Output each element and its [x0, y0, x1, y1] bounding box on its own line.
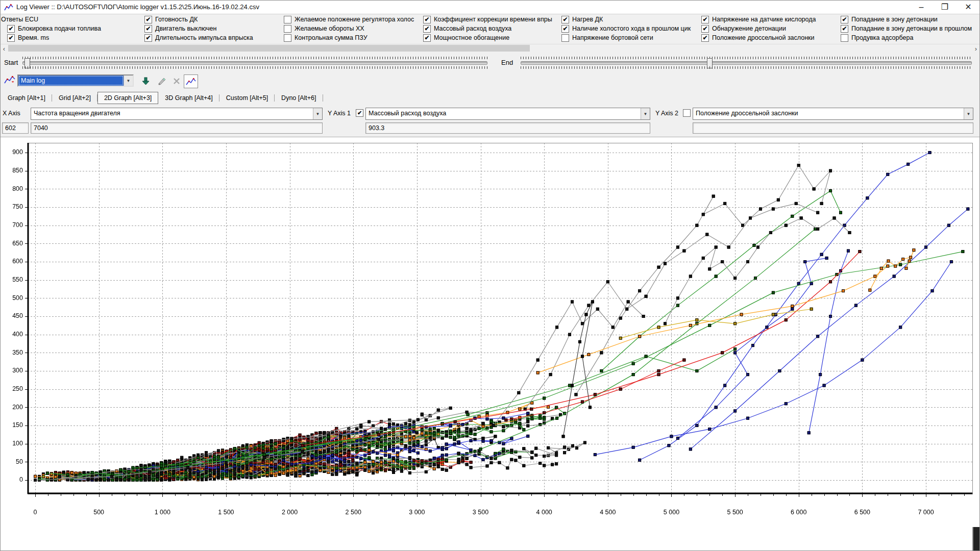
app-chart-icon — [4, 4, 13, 11]
y-axis2-value: Положение дроссельной заслонки — [693, 108, 964, 119]
checked-checkbox[interactable]: ✔ — [7, 34, 15, 42]
signal-label: Длительность импульса впрыска — [155, 34, 253, 41]
y-axis1-combobox[interactable]: Массовый расход воздуха ▼ — [365, 108, 650, 120]
signals-horizontal-scrollbar[interactable]: ‹ › — [0, 44, 980, 54]
chevron-down-icon[interactable]: ▼ — [313, 108, 322, 119]
tab-grid[interactable]: Grid [Alt+2] — [52, 92, 97, 104]
checked-checkbox[interactable]: ✔ — [701, 25, 709, 33]
signal-checkbox-item[interactable]: ✔Попадание в зону детонации — [841, 15, 980, 24]
signal-checkbox-item[interactable]: Ответы ECU — [1, 15, 144, 24]
signal-checkbox-item[interactable]: ✔Обнаружение детонации — [701, 24, 841, 33]
signal-label: Продувка адсорбера — [851, 34, 913, 41]
show-graph-button[interactable] — [184, 74, 198, 88]
x-axis-label: X Axis — [3, 110, 20, 117]
minimize-button[interactable]: – — [910, 0, 933, 14]
signal-checkbox-item[interactable]: Желаемые обороты ХХ — [284, 24, 423, 33]
signal-label: Наличие холостого хода в прошлом цик — [572, 25, 691, 32]
signal-checkbox-item[interactable]: ✔Блокировка подачи топлива — [1, 24, 144, 33]
signal-label: Желаемые обороты ХХ — [295, 25, 364, 32]
signal-checkbox-item[interactable]: Желаемое положение регулятора холос — [284, 15, 423, 24]
chevron-down-icon[interactable]: ▼ — [641, 108, 650, 119]
signal-checkbox-item[interactable]: ✔Длительность импульса впрыска — [144, 33, 284, 42]
delete-log-button[interactable] — [170, 74, 183, 87]
unchecked-checkbox[interactable] — [841, 34, 848, 42]
chevron-down-icon[interactable]: ▼ — [124, 76, 133, 86]
green-down-arrow-icon — [142, 77, 150, 85]
signal-checkbox-item[interactable]: ✔Двигатель выключен — [144, 24, 284, 33]
unchecked-checkbox[interactable] — [284, 16, 291, 23]
y-axis1-checkbox[interactable]: ✔ — [356, 109, 363, 117]
restore-button[interactable]: ❐ — [933, 0, 957, 14]
signal-checkbox-item[interactable]: ✔Массовый расход воздуха — [423, 24, 561, 33]
signal-label: Мощностное обогащение — [434, 34, 509, 41]
toolbar: Main log ▼ — [0, 72, 980, 90]
log-select-combobox[interactable]: Main log ▼ — [17, 74, 134, 87]
log-select-value: Main log — [18, 76, 124, 86]
x-max-field[interactable]: 7040 — [31, 122, 323, 134]
signal-checkbox-item[interactable]: Напряжение бортовой сети — [561, 33, 701, 42]
signal-checkbox-item[interactable]: ✔Коэффициент коррекции времени впры — [423, 15, 561, 24]
y-axis2-combobox[interactable]: Положение дроссельной заслонки ▼ — [693, 108, 973, 120]
add-graph-icon[interactable] — [4, 75, 15, 84]
checked-checkbox[interactable]: ✔ — [841, 16, 848, 23]
end-trackbar[interactable] — [521, 55, 972, 70]
signal-checkbox-item[interactable]: ✔Готовность ДК — [144, 15, 284, 24]
checked-checkbox[interactable]: ✔ — [701, 34, 709, 42]
unchecked-checkbox[interactable] — [284, 25, 291, 33]
y-axis1-value: Массовый расход воздуха — [366, 108, 641, 119]
x-axis-combobox[interactable]: Частота вращения двигателя ▼ — [31, 108, 323, 120]
checked-checkbox[interactable]: ✔ — [7, 25, 15, 33]
tab-custom[interactable]: Custom [Alt+5] — [219, 92, 275, 104]
signal-label: Попадание в зону детонации — [851, 16, 938, 23]
checked-checkbox[interactable]: ✔ — [423, 34, 431, 42]
tab-dyno[interactable]: Dyno [Alt+6] — [275, 92, 323, 104]
y2-value-field[interactable] — [693, 122, 973, 134]
tab-2d[interactable]: 2D Graph [Alt+3] — [97, 92, 158, 104]
trackbar-channel[interactable] — [22, 61, 487, 65]
unchecked-checkbox[interactable] — [284, 34, 291, 42]
signal-checkbox-item[interactable]: ✔Мощностное обогащение — [423, 33, 561, 42]
signal-checkbox-item[interactable]: ✔Наличие холостого хода в прошлом цик — [561, 24, 701, 33]
edit-log-button[interactable] — [155, 74, 168, 87]
checked-checkbox[interactable]: ✔ — [561, 25, 569, 33]
checked-checkbox[interactable]: ✔ — [144, 34, 152, 42]
close-button[interactable]: ✕ — [957, 0, 980, 14]
titlebar: Log Viewer :: D:\AUTOSOFT\ЛОГ\Atomic log… — [0, 0, 980, 14]
signal-checkbox-item[interactable]: Контрольная сумма ПЗУ — [284, 33, 423, 42]
checked-checkbox[interactable]: ✔ — [841, 25, 848, 33]
x-icon — [173, 78, 180, 85]
checked-checkbox[interactable]: ✔ — [423, 25, 431, 33]
checked-checkbox[interactable]: ✔ — [701, 16, 709, 23]
tab-graph[interactable]: Graph [Alt+1] — [1, 92, 52, 104]
y-axis2-checkbox[interactable] — [683, 109, 691, 117]
unchecked-checkbox[interactable] — [561, 34, 569, 42]
scrollbar-thumb[interactable] — [8, 45, 530, 52]
signal-checkbox-item[interactable]: ✔Положение дроссельной заслонки — [701, 33, 841, 42]
signal-label: Время. ms — [18, 34, 49, 41]
2d-graph-canvas[interactable] — [0, 137, 980, 551]
signal-checkbox-item[interactable]: ✔Попадание в зону детонации в прошлом — [841, 24, 980, 33]
trackbar-ticks — [521, 66, 972, 69]
signal-checkbox-item[interactable]: ✔Нагрев ДК — [561, 15, 701, 24]
chevron-down-icon[interactable]: ▼ — [964, 108, 973, 119]
apply-range-button[interactable] — [139, 74, 152, 87]
y1-max-field[interactable]: 903.3 — [365, 122, 650, 134]
checked-checkbox[interactable]: ✔ — [144, 25, 152, 33]
trackbar-channel[interactable] — [521, 61, 972, 65]
pen-icon — [157, 77, 166, 85]
trackbar-ticks — [521, 57, 972, 59]
tab-3d[interactable]: 3D Graph [Alt+4] — [158, 92, 219, 104]
x-min-field[interactable]: 602 — [2, 122, 29, 134]
scroll-left-arrow[interactable]: ‹ — [0, 44, 8, 53]
signal-checkbox-item[interactable]: ✔Время. ms — [1, 33, 144, 42]
checked-checkbox[interactable]: ✔ — [561, 16, 569, 23]
checked-checkbox[interactable]: ✔ — [144, 16, 152, 23]
signal-checkbox-item[interactable]: Продувка адсорбера — [841, 33, 980, 42]
signal-column: ✔Коэффициент коррекции времени впры✔Масс… — [423, 15, 561, 43]
x-axis-value: Частота вращения двигателя — [31, 108, 313, 119]
signal-column: ✔Нагрев ДК✔Наличие холостого хода в прош… — [561, 15, 701, 43]
start-trackbar[interactable] — [22, 55, 487, 70]
checked-checkbox[interactable]: ✔ — [423, 16, 431, 23]
signal-checkbox-item[interactable]: ✔Напряжение на датчике кислорода — [701, 15, 841, 24]
scroll-right-arrow[interactable]: › — [972, 44, 980, 53]
